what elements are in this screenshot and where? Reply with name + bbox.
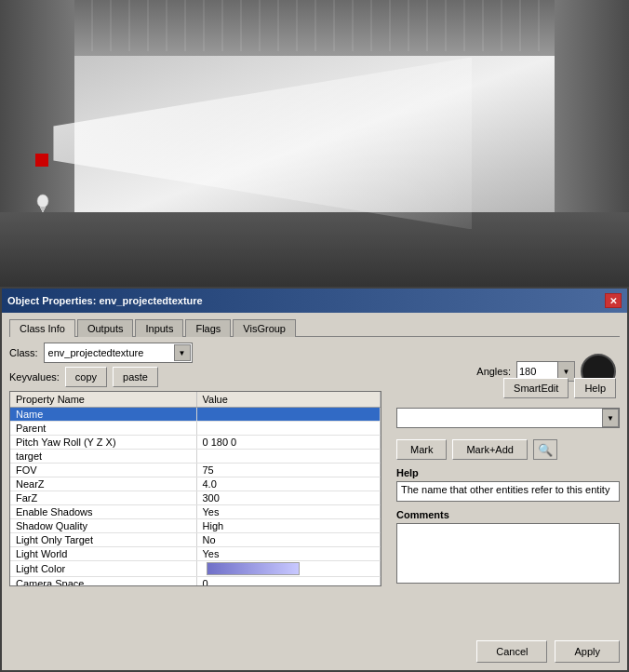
property-value-cell: 4.0	[196, 477, 381, 491]
table-row[interactable]: Pitch Yaw Roll (Y Z X)0 180 0	[10, 436, 381, 450]
property-value-cell	[196, 422, 381, 436]
property-table: Property Name Value NameParentPitch Yaw …	[10, 392, 381, 586]
mark-add-button[interactable]: Mark+Add	[452, 439, 527, 460]
help-button[interactable]: Help	[574, 378, 616, 398]
comments-textarea[interactable]	[396, 523, 620, 584]
table-row[interactable]: FarZ300	[10, 491, 381, 505]
comments-section: Comments	[396, 509, 620, 585]
tab-visgroup[interactable]: VisGroup	[233, 319, 296, 337]
light-bulb-icon	[35, 194, 50, 214]
dialog-titlebar: Object Properties: env_projectedtexture …	[2, 289, 627, 313]
property-name-cell: NearZ	[10, 477, 196, 491]
tab-flags[interactable]: Flags	[185, 319, 231, 337]
property-name-cell: Light Color	[10, 561, 196, 577]
property-name-cell: Parent	[10, 422, 196, 436]
tab-class-info[interactable]: Class Info	[9, 319, 75, 337]
property-name-cell: Light Only Target	[10, 533, 196, 547]
copy-button[interactable]: copy	[65, 367, 107, 387]
smart-edit-row: SmartEdit Help	[503, 378, 616, 398]
svg-point-0	[37, 195, 48, 208]
col-value: Value	[196, 392, 381, 408]
property-name-cell: Camera Space	[10, 577, 196, 586]
dialog-close-button[interactable]: ✕	[605, 293, 622, 308]
property-name-cell: Shadow Quality	[10, 519, 196, 533]
property-value-cell	[196, 408, 381, 422]
property-name-cell: Enable Shadows	[10, 505, 196, 519]
property-value-cell: No	[196, 533, 381, 547]
cancel-button[interactable]: Cancel	[476, 640, 547, 663]
mark-button[interactable]: Mark	[396, 439, 447, 460]
help-text-box: The name that other entities refer to th…	[396, 481, 620, 502]
eyedropper-button[interactable]: 🔍	[533, 439, 557, 460]
class-select-wrapper: env_projectedtexture ▼	[44, 343, 193, 363]
table-row[interactable]: Enable ShadowsYes	[10, 505, 381, 519]
color-swatch	[207, 562, 300, 575]
tab-outputs[interactable]: Outputs	[77, 319, 134, 337]
svg-rect-1	[40, 207, 46, 208]
property-value-cell: 75	[196, 464, 381, 477]
table-row[interactable]: Camera Space0	[10, 577, 381, 586]
class-select[interactable]: env_projectedtexture	[44, 343, 193, 363]
dialog-body: Class Info Outputs Inputs Flags VisGroup…	[2, 313, 627, 592]
property-value-cell: 0 180 0	[196, 436, 381, 450]
object-properties-dialog: Object Properties: env_projectedtexture …	[0, 287, 629, 672]
property-name-cell: Name	[10, 408, 196, 422]
property-value-cell: High	[196, 519, 381, 533]
angles-label: Angles:	[476, 366, 511, 377]
class-label: Class:	[9, 347, 38, 358]
table-row[interactable]: Name	[10, 408, 381, 422]
eyedropper-icon: 🔍	[538, 443, 553, 457]
paste-button[interactable]: paste	[113, 367, 158, 387]
dialog-title: Object Properties: env_projectedtexture	[7, 295, 203, 306]
col-property-name: Property Name	[10, 392, 196, 408]
table-row[interactable]: target	[10, 450, 381, 464]
viewport	[0, 0, 629, 287]
table-row[interactable]: NearZ4.0	[10, 477, 381, 491]
table-row[interactable]: Shadow QualityHigh	[10, 519, 381, 533]
value-dropdown[interactable]	[396, 408, 620, 428]
property-value-cell	[196, 450, 381, 464]
help-section: Help The name that other entities refer …	[396, 467, 620, 502]
right-panel: ▼ Mark Mark+Add 🔍 Help The name that oth…	[396, 408, 620, 585]
red-box-entity	[35, 154, 48, 167]
property-name-cell: FarZ	[10, 491, 196, 505]
table-row[interactable]: Light Only TargetNo	[10, 533, 381, 547]
property-name-cell: Pitch Yaw Roll (Y Z X)	[10, 436, 196, 450]
scene-floor	[0, 212, 629, 287]
table-row[interactable]: Parent	[10, 422, 381, 436]
svg-rect-3	[42, 210, 44, 212]
comments-label: Comments	[396, 509, 620, 520]
tabs-bar: Class Info Outputs Inputs Flags VisGroup	[9, 318, 620, 337]
property-table-container[interactable]: Property Name Value NameParentPitch Yaw …	[9, 391, 381, 586]
property-name-cell: FOV	[10, 464, 196, 477]
bottom-bar: Cancel Apply	[476, 640, 620, 663]
property-value-cell: Yes	[196, 547, 381, 561]
property-name-cell: Light World	[10, 547, 196, 561]
property-name-cell: target	[10, 450, 196, 464]
scene-ceiling-texture	[74, 0, 555, 51]
tab-inputs[interactable]: Inputs	[135, 319, 183, 337]
apply-button[interactable]: Apply	[555, 640, 620, 663]
smart-edit-button[interactable]: SmartEdit	[503, 378, 569, 398]
table-row[interactable]: FOV75	[10, 464, 381, 477]
property-value-cell: 300	[196, 491, 381, 505]
table-row[interactable]: Light WorldYes	[10, 547, 381, 561]
keyvalues-label: Keyvalues:	[9, 371, 60, 383]
help-section-label: Help	[396, 467, 620, 478]
svg-rect-2	[41, 208, 45, 210]
property-value-cell	[196, 561, 381, 577]
property-value-cell: Yes	[196, 505, 381, 519]
property-value-cell: 0	[196, 577, 381, 586]
table-row[interactable]: Light Color	[10, 561, 381, 577]
mark-row: Mark Mark+Add 🔍	[396, 439, 620, 460]
